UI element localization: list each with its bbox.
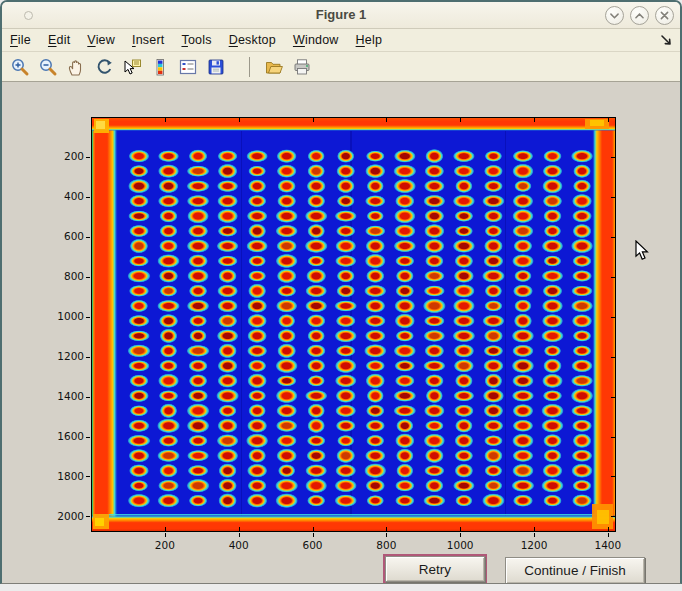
minimize-button[interactable] bbox=[605, 6, 624, 25]
window-controls bbox=[605, 6, 674, 25]
y-tick-label: 1800 bbox=[42, 470, 84, 482]
y-tick bbox=[86, 197, 90, 198]
y-tick-label: 1400 bbox=[42, 390, 84, 402]
dock-figure-icon[interactable] bbox=[659, 33, 673, 47]
x-tick-label: 400 bbox=[219, 539, 259, 551]
y-tick-label: 600 bbox=[42, 230, 84, 242]
pan-icon[interactable] bbox=[65, 56, 86, 77]
y-tick-label: 1000 bbox=[42, 310, 84, 322]
maximize-button[interactable] bbox=[630, 6, 649, 25]
x-tick-label: 1000 bbox=[440, 539, 480, 551]
rotate-3d-icon[interactable] bbox=[93, 56, 114, 77]
menu-item-desktop[interactable]: Desktop bbox=[229, 33, 276, 47]
continue-finish-button[interactable]: Continue / Finish bbox=[505, 557, 645, 584]
zoom-in-icon[interactable] bbox=[9, 56, 30, 77]
y-tick bbox=[86, 357, 90, 358]
desktop-background bbox=[0, 584, 682, 591]
titlebar[interactable]: Figure 1 bbox=[2, 2, 680, 29]
colorbar-icon[interactable] bbox=[149, 56, 170, 77]
data-cursor-icon[interactable] bbox=[121, 56, 142, 77]
menu-item-tools[interactable]: Tools bbox=[181, 33, 211, 47]
x-tick bbox=[608, 533, 609, 537]
window-title: Figure 1 bbox=[2, 7, 680, 22]
y-tick bbox=[86, 397, 90, 398]
y-tick bbox=[86, 237, 90, 238]
x-tick-label: 200 bbox=[145, 539, 185, 551]
y-tick bbox=[86, 437, 90, 438]
plate-heatmap-image bbox=[91, 117, 616, 532]
x-tick bbox=[313, 533, 314, 537]
y-tick bbox=[86, 277, 90, 278]
y-tick-label: 1600 bbox=[42, 430, 84, 442]
menubar: FileEditViewInsertToolsDesktopWindowHelp bbox=[2, 29, 680, 52]
x-tick-label: 1400 bbox=[588, 539, 628, 551]
x-tick-label: 800 bbox=[366, 539, 406, 551]
figure-area: 2004006008001000120014002004006008001000… bbox=[2, 82, 680, 583]
x-tick bbox=[534, 533, 535, 537]
y-tick bbox=[86, 476, 90, 477]
y-tick-label: 2000 bbox=[42, 510, 84, 522]
mouse-cursor bbox=[635, 240, 651, 262]
x-tick bbox=[386, 533, 387, 537]
toolbar bbox=[2, 52, 680, 82]
close-button[interactable] bbox=[655, 6, 674, 25]
x-tick bbox=[165, 533, 166, 537]
y-tick-label: 1200 bbox=[42, 350, 84, 362]
y-tick-label: 800 bbox=[42, 270, 84, 282]
x-tick-label: 1200 bbox=[514, 539, 554, 551]
print-icon[interactable] bbox=[291, 56, 312, 77]
menu-item-view[interactable]: View bbox=[87, 33, 115, 47]
menu-item-help[interactable]: Help bbox=[356, 33, 383, 47]
y-tick-label: 200 bbox=[42, 150, 84, 162]
save-icon[interactable] bbox=[205, 56, 226, 77]
y-tick bbox=[86, 317, 90, 318]
x-tick bbox=[460, 533, 461, 537]
retry-button-highlight: Retry bbox=[383, 554, 487, 584]
y-tick-label: 400 bbox=[42, 190, 84, 202]
menu-item-window[interactable]: Window bbox=[293, 33, 339, 47]
x-tick bbox=[239, 533, 240, 537]
menu-item-file[interactable]: File bbox=[10, 33, 31, 47]
menu-item-insert[interactable]: Insert bbox=[132, 33, 164, 47]
figure-window: Figure 1 FileEditViewInsertToolsDesktopW… bbox=[0, 0, 682, 584]
legend-icon[interactable] bbox=[177, 56, 198, 77]
open-icon[interactable] bbox=[263, 56, 284, 77]
menu-item-edit[interactable]: Edit bbox=[48, 33, 70, 47]
retry-button[interactable]: Retry bbox=[385, 556, 485, 582]
y-tick bbox=[86, 157, 90, 158]
x-tick-label: 600 bbox=[293, 539, 333, 551]
zoom-out-icon[interactable] bbox=[37, 56, 58, 77]
toolbar-separator bbox=[249, 57, 250, 77]
screenshot-stage: Figure 1 FileEditViewInsertToolsDesktopW… bbox=[0, 0, 682, 591]
y-tick bbox=[86, 516, 90, 517]
